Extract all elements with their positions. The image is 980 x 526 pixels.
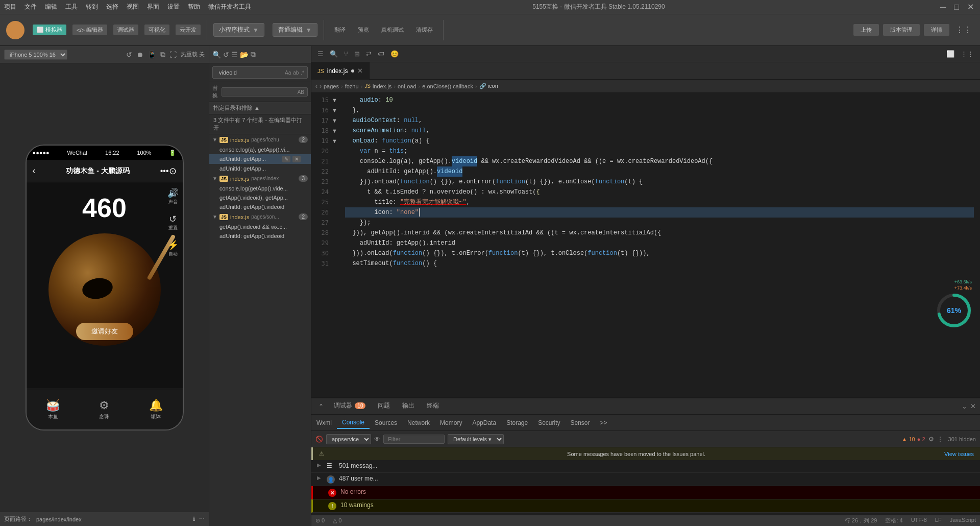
console-tab-storage[interactable]: Storage	[501, 417, 533, 428]
fold-arrow-19[interactable]: ▼	[332, 95, 339, 105]
list-icon[interactable]: ☰	[231, 51, 238, 59]
menu-item-goto[interactable]: 转到	[86, 3, 98, 11]
refresh-icon[interactable]: ↺	[126, 51, 132, 59]
menu-item-select[interactable]: 选择	[106, 3, 118, 11]
more-options-icon[interactable]: •••	[160, 166, 169, 176]
clear-cache-button[interactable]: 清缓存	[412, 24, 437, 36]
menu-item-view[interactable]: 视图	[127, 3, 139, 11]
copy-icon[interactable]: ⧉	[160, 50, 165, 59]
cloud-button[interactable]: 云开发	[176, 25, 201, 35]
folder-open-icon[interactable]: 📂	[240, 51, 249, 59]
nav-item-muyu[interactable]: 🥁 木鱼	[46, 399, 60, 420]
menu-item-help[interactable]: 帮助	[188, 3, 200, 11]
code-content[interactable]: audio: 10 }, audioContext: null, scoreAn…	[339, 93, 980, 397]
file-group-header-1[interactable]: ▼ JS index.js pages/fozhu 2	[209, 134, 311, 145]
close-button[interactable]: ✕	[965, 0, 976, 14]
file-match-1-3[interactable]: adUnitId: getApp...	[209, 164, 311, 173]
devtools-close-icon[interactable]: ✕	[970, 402, 976, 410]
translate-button[interactable]: 翻译	[330, 24, 350, 36]
eye-icon[interactable]: 👁	[374, 436, 380, 443]
breadcrumb-back-arrow[interactable]: ‹	[315, 83, 317, 90]
path-info-icon[interactable]: ℹ	[193, 516, 195, 522]
breadcrumb-icon[interactable]: 🔗 icon	[479, 83, 498, 89]
menu-item-project[interactable]: 项目	[4, 3, 16, 11]
upload-button[interactable]: 上传	[853, 24, 879, 36]
compile-selector[interactable]: 普通编辑 ▼	[273, 23, 317, 37]
copy2-icon[interactable]: ⧉	[251, 50, 256, 59]
emoji-icon[interactable]: 😊	[388, 49, 401, 59]
sync-icon[interactable]: ⇄	[364, 49, 374, 59]
expand-487-icon[interactable]: ▶	[315, 475, 323, 481]
version-button[interactable]: 版本管理	[883, 24, 920, 36]
menu-item-tools[interactable]: 工具	[65, 3, 78, 11]
file-group-header-3[interactable]: ▼ JS index.js pages/son... 2	[209, 211, 311, 222]
case-toggle[interactable]: Aa	[285, 70, 291, 76]
file-match-3-2[interactable]: adUnitId: getApp().videoid	[209, 231, 311, 241]
editor-button[interactable]: </>编辑器	[72, 25, 107, 35]
file-match-3-1[interactable]: getApp().videoid && wx.c...	[209, 222, 311, 231]
editor-more-icon[interactable]: ⋮⋮	[959, 49, 976, 59]
file-match-2-1[interactable]: console.log(getApp().vide...	[209, 184, 311, 193]
tab-output[interactable]: 输出	[397, 399, 420, 413]
tab-issues[interactable]: 问题	[373, 399, 395, 413]
match-close-icon[interactable]: ✕	[292, 156, 301, 162]
reset-control[interactable]: ↺ 重置	[167, 213, 179, 231]
split-icon[interactable]: ⬜	[944, 49, 957, 59]
console-tab-memory[interactable]: Memory	[435, 417, 467, 428]
console-tab-appdata[interactable]: AppData	[467, 417, 501, 428]
fold-arrow-24[interactable]: ▼	[332, 126, 339, 136]
menu-item-settings[interactable]: 设置	[167, 3, 180, 11]
hamburger-icon[interactable]: ☰	[315, 49, 326, 59]
reload-icon[interactable]: ↺	[223, 51, 229, 59]
menu-item-interface[interactable]: 界面	[147, 3, 159, 11]
menu-item-edit[interactable]: 编辑	[45, 3, 57, 11]
console-tab-wxml[interactable]: Wxml	[311, 417, 337, 428]
view-issues-link[interactable]: View issues	[944, 451, 974, 457]
file-match-2-2[interactable]: getApp().videoid), getApp...	[209, 193, 311, 202]
search-input[interactable]	[216, 68, 283, 77]
search-tool-icon[interactable]: 🔍	[212, 51, 221, 59]
devtools-expand-button[interactable]: ⌃	[315, 401, 327, 412]
device-selector[interactable]: iPhone 5 100% 16	[4, 50, 67, 60]
tab-close-button[interactable]: ✕	[357, 67, 363, 75]
tab-index-js[interactable]: JS index.js ✕	[311, 62, 370, 80]
hot-reload-label[interactable]: 热重载 关	[181, 51, 205, 58]
devtools-collapse-icon[interactable]: ⌄	[962, 402, 967, 410]
nav-item-linbo[interactable]: 🔔 颌钵	[149, 399, 163, 420]
phone-icon[interactable]: 📱	[148, 51, 156, 59]
file-match-1-1[interactable]: console.log(a), getApp().vi...	[209, 145, 311, 154]
fold-arrow-31[interactable]: ▼	[332, 136, 339, 146]
mode-selector[interactable]: 小程序模式 ▼	[213, 23, 264, 37]
console-tab-sources[interactable]: Sources	[370, 417, 402, 428]
restore-button[interactable]: □	[952, 0, 961, 14]
expand-icon[interactable]: ⛶	[169, 51, 177, 59]
menu-item-file[interactable]: 文件	[24, 3, 37, 11]
invite-button[interactable]: 邀请好友	[76, 323, 133, 340]
file-group-header-2[interactable]: ▼ JS index.js pages\index 3	[209, 173, 311, 184]
grid-icon[interactable]: ⊞	[352, 49, 362, 59]
console-tab-network[interactable]: Network	[402, 417, 435, 428]
console-tab-security[interactable]: Security	[533, 417, 565, 428]
sound-control[interactable]: 🔊 声音	[167, 187, 179, 205]
breadcrumb-forward-arrow[interactable]: ›	[320, 83, 322, 90]
fold-arrow-20[interactable]: ▼	[332, 105, 339, 115]
replace-input[interactable]	[225, 89, 296, 95]
breadcrumb-pages[interactable]: pages	[324, 83, 339, 89]
preview-button[interactable]: 预览	[354, 24, 373, 36]
simulator-button[interactable]: ⬜模拟器	[33, 25, 66, 35]
breadcrumb-onload[interactable]: onLoad	[398, 83, 416, 89]
camera-icon[interactable]: ⊙	[169, 165, 177, 177]
console-more-icon[interactable]: ⋮	[937, 436, 943, 443]
source-selector[interactable]: appservice	[326, 434, 371, 444]
tab-terminal[interactable]: 终端	[422, 399, 444, 413]
breadcrumb-fozhu[interactable]: fozhu	[345, 83, 359, 89]
search-icon[interactable]: 🔍	[328, 49, 340, 59]
file-match-2-3[interactable]: adUnitId: getApp().videoid	[209, 202, 311, 211]
filter-input[interactable]	[383, 435, 445, 444]
match-edit-icon[interactable]: ✎	[282, 156, 290, 162]
console-tab-sensor[interactable]: Sensor	[566, 417, 595, 428]
file-match-1-2[interactable]: adUnitId: getApp... ✎ ✕	[209, 154, 311, 164]
console-tab-console[interactable]: Console	[337, 417, 370, 429]
record-icon[interactable]: ⏺	[136, 51, 143, 59]
tab-debugger[interactable]: 调试器 10	[329, 399, 371, 413]
